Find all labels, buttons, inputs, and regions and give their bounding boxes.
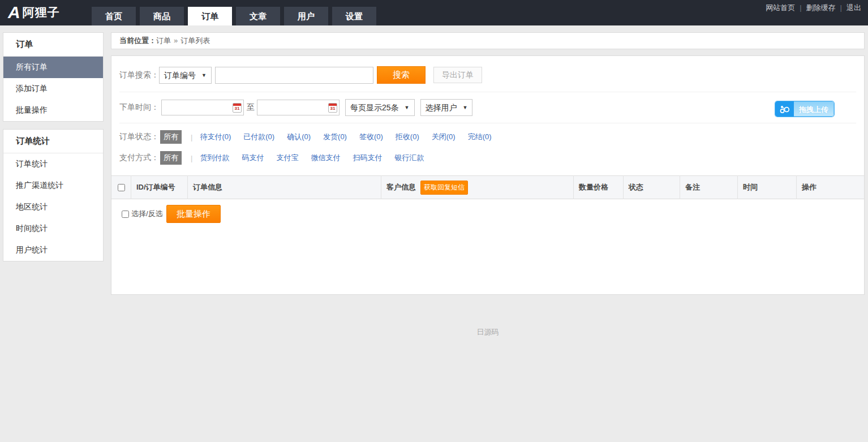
column-customer-info: 客户信息 获取回复短信 [381, 175, 573, 199]
sidebar-item-bulk-actions[interactable]: 批量操作 [3, 100, 103, 121]
chevron-down-icon: ▼ [201, 67, 207, 83]
column-time: 时间 [737, 175, 796, 199]
payment-link-cod[interactable]: 货到付款 [200, 153, 229, 163]
site-home-link[interactable]: 网站首页 [766, 3, 795, 12]
customer-info-label: 客户信息 [386, 182, 416, 192]
divider: | [800, 3, 801, 12]
baidu-pan-icon [775, 101, 794, 117]
chevron-down-icon: ▼ [463, 100, 468, 115]
status-link-rejected[interactable]: 拒收(0) [396, 132, 419, 142]
column-status: 状态 [623, 175, 680, 199]
payment-link-scan[interactable]: 扫码支付 [353, 153, 382, 163]
start-date-field [161, 100, 244, 115]
column-note: 备注 [680, 175, 737, 199]
status-link-confirmed[interactable]: 确认(0) [287, 132, 311, 142]
nav-tab-home[interactable]: 首页 [92, 7, 136, 25]
chevron-down-icon: ▼ [405, 100, 410, 115]
end-date-input[interactable] [257, 101, 324, 114]
sidebar-item-time-stats[interactable]: 时间统计 [3, 218, 103, 239]
select-invert-checkbox[interactable] [122, 211, 129, 218]
column-order-id: ID/订单编号 [131, 175, 187, 199]
divider: | [840, 3, 842, 12]
footer-text: 日源码 [111, 327, 865, 337]
payment-method-row: 支付方式： 所有 | 货到付款 码支付 支付宝 微信支付 扫码支付 银行汇款 [119, 147, 856, 173]
breadcrumb-section: 订单 [156, 36, 171, 45]
sidebar-item-region-stats[interactable]: 地区统计 [3, 196, 103, 218]
calendar-icon[interactable] [233, 103, 242, 113]
status-link-unpaid[interactable]: 待支付(0) [200, 132, 231, 142]
order-search-row: 订单搜索： 订单编号 ▼ 搜索 导出订单 [119, 56, 856, 92]
column-order-info: 订单信息 [187, 175, 381, 199]
payment-link-bank[interactable]: 银行汇款 [394, 153, 424, 163]
order-search-label: 订单搜索： [119, 70, 159, 80]
select-invert-label[interactable]: 选择/反选 [131, 209, 163, 219]
header-checkbox-cell [111, 175, 131, 199]
nav-tab-products[interactable]: 商品 [140, 7, 184, 25]
search-type-select[interactable]: 订单编号 ▼ [159, 67, 212, 84]
column-actions: 操作 [796, 175, 864, 199]
sidebar-item-channel-stats[interactable]: 推广渠道统计 [3, 175, 103, 196]
end-date-field [257, 100, 340, 115]
user-select-value: 选择用户 [426, 100, 457, 115]
drag-upload-widget[interactable]: 拖拽上传 [775, 101, 834, 117]
breadcrumb-separator: » [174, 36, 178, 45]
sidebar: 订单 所有订单 添加订单 批量操作 订单统计 订单统计 推广渠道统计 地区统计 … [3, 32, 104, 269]
status-link-closed[interactable]: 关闭(0) [432, 132, 456, 142]
payment-all-badge[interactable]: 所有 [160, 151, 182, 165]
drag-upload-label: 拖拽上传 [794, 101, 834, 117]
order-status-label: 订单状态： [119, 132, 159, 142]
nav-tab-settings[interactable]: 设置 [332, 7, 376, 25]
sidebar-section-statistics: 订单统计 订单统计 推广渠道统计 地区统计 时间统计 用户统计 [3, 129, 104, 261]
topbar-links: 网站首页|删除缓存|退出 [766, 3, 861, 13]
bulk-action-button[interactable]: 批量操作 [166, 205, 221, 223]
breadcrumb: 当前位置：订单»订单列表 [111, 32, 865, 49]
sidebar-item-user-stats[interactable]: 用户统计 [3, 239, 103, 261]
payment-link-alipay[interactable]: 支付宝 [276, 153, 298, 163]
status-link-shipped[interactable]: 发货(0) [323, 132, 347, 142]
search-type-value: 订单编号 [164, 67, 196, 83]
sidebar-section-title: 订单 [3, 33, 103, 57]
date-range-to-label: 至 [247, 102, 255, 113]
status-link-received[interactable]: 签收(0) [359, 132, 383, 142]
divider: | [191, 154, 192, 162]
nav-tab-articles[interactable]: 文章 [236, 7, 280, 25]
sidebar-item-order-stats[interactable]: 订单统计 [3, 153, 103, 175]
main-content: 当前位置：订单»订单列表 订单搜索： 订单编号 ▼ 搜索 导出订单 下单时间： [111, 32, 865, 337]
breadcrumb-prefix: 当前位置： [119, 36, 156, 45]
per-page-value: 每页显示25条 [350, 100, 399, 115]
order-list-panel: 订单搜索： 订单编号 ▼ 搜索 导出订单 下单时间： 至 [111, 55, 865, 295]
payment-link-codepay[interactable]: 码支付 [242, 153, 264, 163]
start-date-input[interactable] [162, 101, 229, 114]
sidebar-section-title: 订单统计 [3, 130, 103, 153]
nav-tab-users[interactable]: 用户 [284, 7, 328, 25]
logo-a-icon: A [8, 2, 19, 23]
order-time-row: 下单时间： 至 每页显示25条 ▼ 选择用户 ▼ [119, 92, 856, 123]
status-link-paid[interactable]: 已付款(0) [243, 132, 274, 142]
order-search-input[interactable] [215, 67, 373, 84]
order-status-row: 订单状态： 所有 | 待支付(0) 已付款(0) 确认(0) 发货(0) 签收(… [119, 123, 856, 147]
status-link-completed[interactable]: 完结(0) [468, 132, 492, 142]
select-all-checkbox[interactable] [118, 184, 125, 191]
page-layout: 订单 所有订单 添加订单 批量操作 订单统计 订单统计 推广渠道统计 地区统计 … [0, 25, 868, 337]
order-time-label: 下单时间： [119, 102, 159, 113]
column-quantity-price: 数量价格 [573, 175, 623, 199]
sidebar-item-add-order[interactable]: 添加订单 [3, 78, 103, 100]
top-nav: 首页 商品 订单 文章 用户 设置 [92, 7, 380, 25]
order-table-header: ID/订单编号 订单信息 客户信息 获取回复短信 数量价格 状态 备注 时间 操… [111, 175, 864, 199]
calendar-icon[interactable] [328, 103, 337, 113]
sidebar-section-orders: 订单 所有订单 添加订单 批量操作 [3, 32, 104, 122]
clear-cache-link[interactable]: 删除缓存 [806, 3, 836, 12]
export-orders-button[interactable]: 导出订单 [433, 67, 482, 83]
app-logo: A 阿狸子 [8, 2, 60, 23]
logo-title: 阿狸子 [23, 5, 60, 20]
status-all-badge[interactable]: 所有 [160, 130, 182, 144]
search-button[interactable]: 搜索 [377, 66, 426, 84]
bulk-action-row: 选择/反选 批量操作 [111, 199, 864, 223]
logout-link[interactable]: 退出 [846, 3, 861, 12]
fetch-sms-replies-button[interactable]: 获取回复短信 [420, 181, 468, 195]
per-page-select[interactable]: 每页显示25条 ▼ [345, 99, 415, 116]
user-select[interactable]: 选择用户 ▼ [420, 99, 473, 116]
payment-link-wechat[interactable]: 微信支付 [311, 153, 340, 163]
nav-tab-orders[interactable]: 订单 [188, 7, 232, 25]
sidebar-item-all-orders[interactable]: 所有订单 [3, 57, 103, 78]
